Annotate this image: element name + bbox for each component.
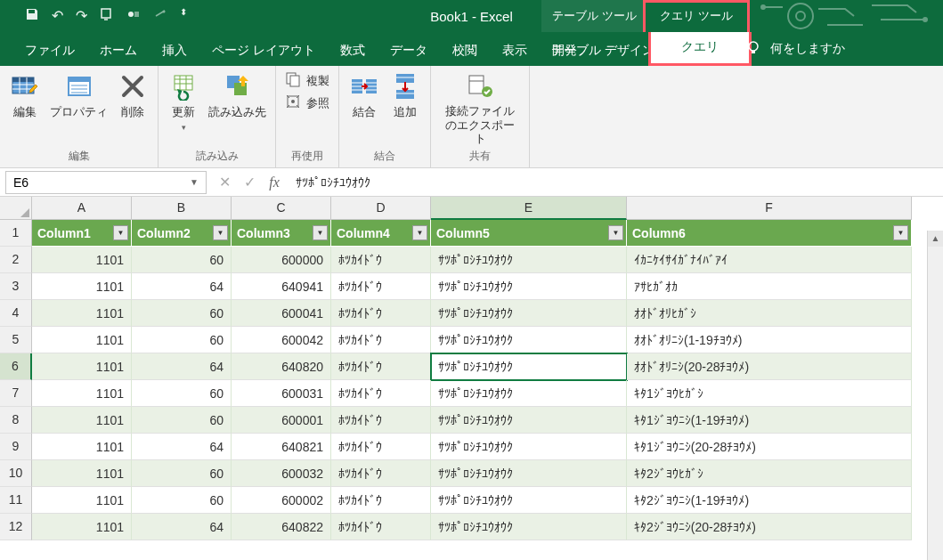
export-connection-button[interactable]: 接続ファイルのエクスポート [440,71,520,146]
cell-A7[interactable]: 1101 [32,380,132,407]
cell-F10[interactable]: ｷﾀ2ｼﾞﾖｳﾋｶﾞｼ [627,460,912,487]
merge-button[interactable]: 結合 [348,71,380,120]
cell-D4[interactable]: ﾎﾂｶｲﾄﾞｳ [331,300,431,327]
row-header-6[interactable]: 6 [0,353,32,380]
column-header-F[interactable]: F [627,197,912,220]
cell-C10[interactable]: 600032 [232,460,331,487]
cell-F12[interactable]: ｷﾀ2ｼﾞﾖｳﾆｼ(20-28ﾁﾖｳﾒ) [627,514,912,540]
row-header-11[interactable]: 11 [0,487,32,514]
row-header-5[interactable]: 5 [0,327,32,353]
tab-page-layout[interactable]: ページ レイアウト [199,36,328,66]
cancel-formula-icon[interactable]: ✕ [212,174,237,191]
quick-access-icon[interactable] [100,7,114,25]
row-header-8[interactable]: 8 [0,407,32,434]
redo-icon[interactable]: ↷ [76,7,87,25]
column-header-D[interactable]: D [331,197,431,220]
column-header-B[interactable]: B [132,197,232,220]
table-header-6[interactable]: Column6▼ [627,220,912,247]
cell-E6[interactable]: ｻﾂﾎﾟﾛｼﾁﾕｳｵｳｸ [431,353,627,380]
cell-E7[interactable]: ｻﾂﾎﾟﾛｼﾁﾕｳｵｳｸ [431,380,627,407]
cell-B12[interactable]: 64 [132,514,232,540]
cell-B9[interactable]: 64 [132,434,232,460]
cell-F5[interactable]: ｵｵﾄﾞｵﾘﾆｼ(1-19ﾁﾖｳﾒ) [627,327,912,353]
filter-dropdown-icon[interactable]: ▼ [412,225,427,240]
touch-mode-icon[interactable] [126,7,141,25]
cell-E5[interactable]: ｻﾂﾎﾟﾛｼﾁﾕｳｵｳｸ [431,327,627,353]
cell-D7[interactable]: ﾎﾂｶｲﾄﾞｳ [331,380,431,407]
tab-query[interactable]: クエリ [648,32,752,66]
cell-F6[interactable]: ｵｵﾄﾞｵﾘﾆｼ(20-28ﾁﾖｳﾒ) [627,353,912,380]
tab-insert[interactable]: 挿入 [150,36,199,66]
cell-A9[interactable]: 1101 [32,434,132,460]
row-header-7[interactable]: 7 [0,380,32,407]
edit-button[interactable]: 編集 [9,71,41,120]
row-header-2[interactable]: 2 [0,247,32,273]
filter-dropdown-icon[interactable]: ▼ [313,225,328,240]
cell-B10[interactable]: 60 [132,460,232,487]
row-header-1[interactable]: 1 [0,220,32,247]
context-tab-table-tools[interactable]: テーブル ツール [541,0,647,32]
table-header-5[interactable]: Column5▼ [431,220,627,247]
load-to-button[interactable]: 読み込み先 [208,71,266,120]
chevron-down-icon[interactable]: ▼ [190,177,199,187]
cell-D12[interactable]: ﾎﾂｶｲﾄﾞｳ [331,514,431,540]
cell-A3[interactable]: 1101 [32,273,132,300]
row-header-12[interactable]: 12 [0,514,32,540]
scroll-up-icon[interactable]: ▲ [928,231,943,247]
cell-E12[interactable]: ｻﾂﾎﾟﾛｼﾁﾕｳｵｳｸ [431,514,627,540]
cell-A6[interactable]: 1101 [32,353,132,380]
cell-A2[interactable]: 1101 [32,247,132,273]
tell-me-search[interactable]: 何をしますか [770,41,845,57]
quick-access-more-icon[interactable] [153,7,167,25]
row-header-10[interactable]: 10 [0,460,32,487]
cell-C2[interactable]: 600000 [232,247,331,273]
row-header-3[interactable]: 3 [0,273,32,300]
cell-C7[interactable]: 600031 [232,380,331,407]
cell-E3[interactable]: ｻﾂﾎﾟﾛｼﾁﾕｳｵｳｸ [431,273,627,300]
cell-F11[interactable]: ｷﾀ2ｼﾞﾖｳﾆｼ(1-19ﾁﾖｳﾒ) [627,487,912,514]
refresh-button[interactable]: 更新 ▾ [167,71,199,132]
reference-button[interactable]: 参照 [285,93,329,112]
cell-C9[interactable]: 640821 [232,434,331,460]
cell-D11[interactable]: ﾎﾂｶｲﾄﾞｳ [331,487,431,514]
enter-formula-icon[interactable]: ✓ [237,174,262,191]
cell-A10[interactable]: 1101 [32,460,132,487]
append-button[interactable]: 追加 [389,71,421,120]
save-icon[interactable] [25,7,39,25]
tell-me-bulb-icon[interactable] [745,39,761,59]
cell-F7[interactable]: ｷﾀ1ｼﾞﾖｳﾋｶﾞｼ [627,380,912,407]
table-header-4[interactable]: Column4▼ [331,220,431,247]
cell-E8[interactable]: ｻﾂﾎﾟﾛｼﾁﾕｳｵｳｸ [431,407,627,434]
cell-E4[interactable]: ｻﾂﾎﾟﾛｼﾁﾕｳｵｳｸ [431,300,627,327]
cell-B5[interactable]: 60 [132,327,232,353]
column-header-A[interactable]: A [32,197,132,220]
tab-formulas[interactable]: 数式 [328,36,378,66]
cell-E11[interactable]: ｻﾂﾎﾟﾛｼﾁﾕｳｵｳｸ [431,487,627,514]
cell-A8[interactable]: 1101 [32,407,132,434]
context-tab-query-tools[interactable]: クエリ ツール [643,0,750,32]
tab-home[interactable]: ホーム [87,36,150,66]
table-header-1[interactable]: Column1▼ [32,220,132,247]
cell-A5[interactable]: 1101 [32,327,132,353]
filter-dropdown-icon[interactable]: ▼ [113,225,128,240]
row-header-4[interactable]: 4 [0,300,32,327]
cell-E9[interactable]: ｻﾂﾎﾟﾛｼﾁﾕｳｵｳｸ [431,434,627,460]
cell-D2[interactable]: ﾎﾂｶｲﾄﾞｳ [331,247,431,273]
table-header-3[interactable]: Column3▼ [232,220,331,247]
cell-C11[interactable]: 600002 [232,487,331,514]
cell-C5[interactable]: 600042 [232,327,331,353]
cell-B8[interactable]: 60 [132,407,232,434]
cell-B3[interactable]: 64 [132,273,232,300]
vertical-scrollbar[interactable]: ▲ [927,231,943,560]
cell-D6[interactable]: ﾎﾂｶｲﾄﾞｳ [331,353,431,380]
cell-A12[interactable]: 1101 [32,514,132,540]
cell-D3[interactable]: ﾎﾂｶｲﾄﾞｳ [331,273,431,300]
duplicate-button[interactable]: 複製 [285,71,329,90]
cell-E2[interactable]: ｻﾂﾎﾟﾛｼﾁﾕｳｵｳｸ [431,247,627,273]
column-header-C[interactable]: C [232,197,331,220]
select-all-corner[interactable] [0,197,32,220]
cell-F3[interactable]: ｱｻﾋｶﾞｵｶ [627,273,912,300]
cell-B2[interactable]: 60 [132,247,232,273]
cell-D10[interactable]: ﾎﾂｶｲﾄﾞｳ [331,460,431,487]
cell-B7[interactable]: 60 [132,380,232,407]
